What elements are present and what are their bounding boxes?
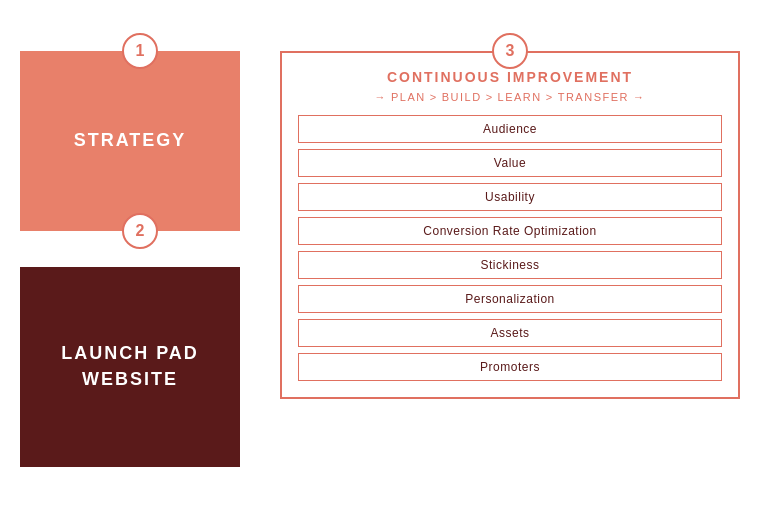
gt1: > xyxy=(430,91,438,103)
ci-wrapper: 3 CONTINUOUS IMPROVEMENT → PLAN > BUILD … xyxy=(280,51,740,399)
badge-1: 1 xyxy=(122,33,158,69)
item-box: Value xyxy=(298,149,722,177)
continuous-improvement-container: CONTINUOUS IMPROVEMENT → PLAN > BUILD > … xyxy=(280,51,740,399)
item-box: Audience xyxy=(298,115,722,143)
badge-2: 2 xyxy=(122,213,158,249)
ci-title: CONTINUOUS IMPROVEMENT xyxy=(298,69,722,85)
item-box: Assets xyxy=(298,319,722,347)
left-column: 1 STRATEGY 2 LAUNCH PAD WEBSITE xyxy=(20,51,260,467)
launch-pad-box: LAUNCH PAD WEBSITE xyxy=(20,267,240,467)
items-list: AudienceValueUsabilityConversion Rate Op… xyxy=(298,115,722,381)
gt3: > xyxy=(546,91,554,103)
strategy-box: STRATEGY xyxy=(20,51,240,231)
arrow-right: → xyxy=(633,91,646,103)
item-box: Promoters xyxy=(298,353,722,381)
main-container: 1 STRATEGY 2 LAUNCH PAD WEBSITE 3 xyxy=(20,21,740,501)
right-column: 3 CONTINUOUS IMPROVEMENT → PLAN > BUILD … xyxy=(280,51,740,399)
item-box: Usability xyxy=(298,183,722,211)
gt2: > xyxy=(486,91,494,103)
transfer-label: TRANSFER xyxy=(558,91,629,103)
item-box: Personalization xyxy=(298,285,722,313)
strategy-label: STRATEGY xyxy=(74,130,187,151)
item-box: Stickiness xyxy=(298,251,722,279)
launch-pad-label: LAUNCH PAD WEBSITE xyxy=(61,341,199,391)
badge-3: 3 xyxy=(492,33,528,69)
arrow-left: → xyxy=(375,91,388,103)
ci-subtitle: → PLAN > BUILD > LEARN > TRANSFER → xyxy=(298,91,722,103)
build-label: BUILD xyxy=(442,91,482,103)
learn-label: LEARN xyxy=(498,91,542,103)
plan-label: PLAN xyxy=(391,91,426,103)
item-box: Conversion Rate Optimization xyxy=(298,217,722,245)
